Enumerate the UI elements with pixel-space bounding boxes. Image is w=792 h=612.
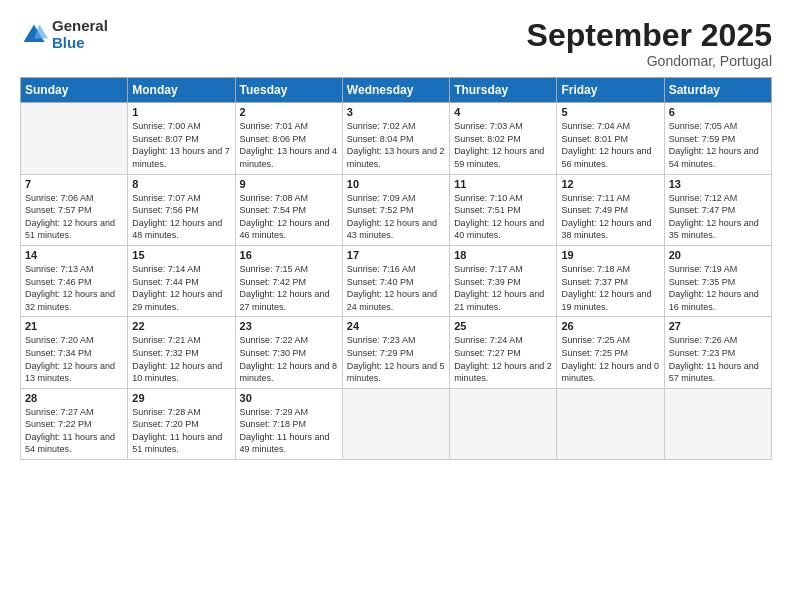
day-cell: 9Sunrise: 7:08 AMSunset: 7:54 PMDaylight… — [235, 174, 342, 245]
day-cell: 4Sunrise: 7:03 AMSunset: 8:02 PMDaylight… — [450, 103, 557, 174]
col-header-monday: Monday — [128, 78, 235, 103]
day-number: 8 — [132, 178, 230, 190]
day-cell: 16Sunrise: 7:15 AMSunset: 7:42 PMDayligh… — [235, 245, 342, 316]
day-cell: 30Sunrise: 7:29 AMSunset: 7:18 PMDayligh… — [235, 388, 342, 459]
col-header-wednesday: Wednesday — [342, 78, 449, 103]
day-cell: 15Sunrise: 7:14 AMSunset: 7:44 PMDayligh… — [128, 245, 235, 316]
day-info: Sunrise: 7:20 AMSunset: 7:34 PMDaylight:… — [25, 334, 123, 384]
day-number: 9 — [240, 178, 338, 190]
day-cell: 7Sunrise: 7:06 AMSunset: 7:57 PMDaylight… — [21, 174, 128, 245]
day-number: 7 — [25, 178, 123, 190]
day-number: 1 — [132, 106, 230, 118]
day-cell: 1Sunrise: 7:00 AMSunset: 8:07 PMDaylight… — [128, 103, 235, 174]
day-cell: 29Sunrise: 7:28 AMSunset: 7:20 PMDayligh… — [128, 388, 235, 459]
day-number: 26 — [561, 320, 659, 332]
col-header-sunday: Sunday — [21, 78, 128, 103]
week-row-0: 1Sunrise: 7:00 AMSunset: 8:07 PMDaylight… — [21, 103, 772, 174]
calendar: SundayMondayTuesdayWednesdayThursdayFrid… — [20, 77, 772, 460]
day-cell: 14Sunrise: 7:13 AMSunset: 7:46 PMDayligh… — [21, 245, 128, 316]
day-number: 18 — [454, 249, 552, 261]
day-number: 22 — [132, 320, 230, 332]
location: Gondomar, Portugal — [527, 53, 772, 69]
day-number: 15 — [132, 249, 230, 261]
day-info: Sunrise: 7:11 AMSunset: 7:49 PMDaylight:… — [561, 192, 659, 242]
day-number: 16 — [240, 249, 338, 261]
day-number: 28 — [25, 392, 123, 404]
day-info: Sunrise: 7:00 AMSunset: 8:07 PMDaylight:… — [132, 120, 230, 170]
day-info: Sunrise: 7:17 AMSunset: 7:39 PMDaylight:… — [454, 263, 552, 313]
day-cell: 27Sunrise: 7:26 AMSunset: 7:23 PMDayligh… — [664, 317, 771, 388]
day-cell: 17Sunrise: 7:16 AMSunset: 7:40 PMDayligh… — [342, 245, 449, 316]
day-cell: 11Sunrise: 7:10 AMSunset: 7:51 PMDayligh… — [450, 174, 557, 245]
day-info: Sunrise: 7:18 AMSunset: 7:37 PMDaylight:… — [561, 263, 659, 313]
day-info: Sunrise: 7:19 AMSunset: 7:35 PMDaylight:… — [669, 263, 767, 313]
day-info: Sunrise: 7:22 AMSunset: 7:30 PMDaylight:… — [240, 334, 338, 384]
day-cell: 19Sunrise: 7:18 AMSunset: 7:37 PMDayligh… — [557, 245, 664, 316]
logo-text: General Blue — [52, 18, 108, 51]
day-number: 30 — [240, 392, 338, 404]
day-cell: 10Sunrise: 7:09 AMSunset: 7:52 PMDayligh… — [342, 174, 449, 245]
day-cell: 28Sunrise: 7:27 AMSunset: 7:22 PMDayligh… — [21, 388, 128, 459]
col-header-friday: Friday — [557, 78, 664, 103]
day-cell: 22Sunrise: 7:21 AMSunset: 7:32 PMDayligh… — [128, 317, 235, 388]
day-info: Sunrise: 7:26 AMSunset: 7:23 PMDaylight:… — [669, 334, 767, 384]
day-number: 17 — [347, 249, 445, 261]
header: General Blue September 2025 Gondomar, Po… — [20, 18, 772, 69]
day-cell: 23Sunrise: 7:22 AMSunset: 7:30 PMDayligh… — [235, 317, 342, 388]
day-cell: 12Sunrise: 7:11 AMSunset: 7:49 PMDayligh… — [557, 174, 664, 245]
day-info: Sunrise: 7:28 AMSunset: 7:20 PMDaylight:… — [132, 406, 230, 456]
day-info: Sunrise: 7:05 AMSunset: 7:59 PMDaylight:… — [669, 120, 767, 170]
day-cell: 13Sunrise: 7:12 AMSunset: 7:47 PMDayligh… — [664, 174, 771, 245]
day-number: 24 — [347, 320, 445, 332]
day-number: 13 — [669, 178, 767, 190]
day-cell — [664, 388, 771, 459]
week-row-3: 21Sunrise: 7:20 AMSunset: 7:34 PMDayligh… — [21, 317, 772, 388]
day-info: Sunrise: 7:14 AMSunset: 7:44 PMDaylight:… — [132, 263, 230, 313]
logo-blue: Blue — [52, 35, 108, 52]
day-cell — [342, 388, 449, 459]
week-row-1: 7Sunrise: 7:06 AMSunset: 7:57 PMDaylight… — [21, 174, 772, 245]
col-header-thursday: Thursday — [450, 78, 557, 103]
col-header-saturday: Saturday — [664, 78, 771, 103]
day-cell: 5Sunrise: 7:04 AMSunset: 8:01 PMDaylight… — [557, 103, 664, 174]
day-number: 3 — [347, 106, 445, 118]
day-info: Sunrise: 7:07 AMSunset: 7:56 PMDaylight:… — [132, 192, 230, 242]
day-info: Sunrise: 7:03 AMSunset: 8:02 PMDaylight:… — [454, 120, 552, 170]
day-number: 29 — [132, 392, 230, 404]
day-cell — [21, 103, 128, 174]
day-info: Sunrise: 7:10 AMSunset: 7:51 PMDaylight:… — [454, 192, 552, 242]
day-info: Sunrise: 7:06 AMSunset: 7:57 PMDaylight:… — [25, 192, 123, 242]
day-cell: 3Sunrise: 7:02 AMSunset: 8:04 PMDaylight… — [342, 103, 449, 174]
day-cell: 2Sunrise: 7:01 AMSunset: 8:06 PMDaylight… — [235, 103, 342, 174]
week-row-4: 28Sunrise: 7:27 AMSunset: 7:22 PMDayligh… — [21, 388, 772, 459]
day-info: Sunrise: 7:24 AMSunset: 7:27 PMDaylight:… — [454, 334, 552, 384]
day-info: Sunrise: 7:04 AMSunset: 8:01 PMDaylight:… — [561, 120, 659, 170]
day-info: Sunrise: 7:01 AMSunset: 8:06 PMDaylight:… — [240, 120, 338, 170]
page: General Blue September 2025 Gondomar, Po… — [0, 0, 792, 612]
day-cell: 8Sunrise: 7:07 AMSunset: 7:56 PMDaylight… — [128, 174, 235, 245]
day-info: Sunrise: 7:15 AMSunset: 7:42 PMDaylight:… — [240, 263, 338, 313]
day-info: Sunrise: 7:29 AMSunset: 7:18 PMDaylight:… — [240, 406, 338, 456]
logo-general: General — [52, 18, 108, 35]
day-cell: 18Sunrise: 7:17 AMSunset: 7:39 PMDayligh… — [450, 245, 557, 316]
day-number: 14 — [25, 249, 123, 261]
day-number: 19 — [561, 249, 659, 261]
logo: General Blue — [20, 18, 108, 51]
day-info: Sunrise: 7:25 AMSunset: 7:25 PMDaylight:… — [561, 334, 659, 384]
day-number: 6 — [669, 106, 767, 118]
day-info: Sunrise: 7:23 AMSunset: 7:29 PMDaylight:… — [347, 334, 445, 384]
day-cell: 25Sunrise: 7:24 AMSunset: 7:27 PMDayligh… — [450, 317, 557, 388]
day-number: 5 — [561, 106, 659, 118]
day-number: 27 — [669, 320, 767, 332]
day-info: Sunrise: 7:27 AMSunset: 7:22 PMDaylight:… — [25, 406, 123, 456]
month-title: September 2025 — [527, 18, 772, 53]
title-block: September 2025 Gondomar, Portugal — [527, 18, 772, 69]
day-number: 25 — [454, 320, 552, 332]
day-number: 2 — [240, 106, 338, 118]
col-header-tuesday: Tuesday — [235, 78, 342, 103]
day-number: 20 — [669, 249, 767, 261]
day-cell: 20Sunrise: 7:19 AMSunset: 7:35 PMDayligh… — [664, 245, 771, 316]
day-cell: 21Sunrise: 7:20 AMSunset: 7:34 PMDayligh… — [21, 317, 128, 388]
day-info: Sunrise: 7:12 AMSunset: 7:47 PMDaylight:… — [669, 192, 767, 242]
day-cell: 24Sunrise: 7:23 AMSunset: 7:29 PMDayligh… — [342, 317, 449, 388]
